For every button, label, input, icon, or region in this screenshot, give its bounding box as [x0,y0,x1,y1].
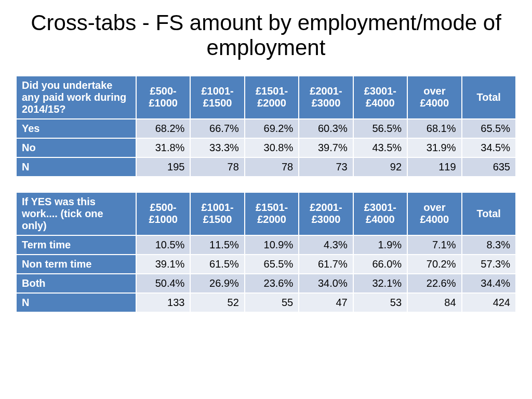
cell-value: 60.3% [299,119,353,138]
cell-value: 31.9% [407,138,461,157]
row-label: No [16,138,136,157]
table-row: Non term time39.1%61.5%65.5%61.7%66.0%70… [16,255,516,274]
page-title: Cross-tabs - FS amount by employment/mod… [16,10,516,61]
cell-value: 65.5% [245,255,299,274]
column-header: Total [462,76,516,119]
cell-value: 34.4% [462,274,516,293]
cell-value: 61.7% [299,255,353,274]
crosstab-table: If YES was this work.... (tick one only)… [16,192,516,313]
table-row: Yes68.2%66.7%69.2%60.3%56.5%68.1%65.5% [16,119,516,138]
row-label: N [16,293,136,312]
column-header: £500-£1000 [136,76,190,119]
row-label: Yes [16,119,136,138]
cell-value: 53 [353,293,407,312]
cell-value: 39.7% [299,138,353,157]
cell-value: 10.5% [136,235,190,255]
cell-value: 424 [462,293,516,312]
cell-value: 66.7% [190,119,244,138]
cell-value: 119 [407,157,461,177]
cell-value: 84 [407,293,461,312]
cell-value: 11.5% [190,235,244,255]
row-label: N [16,157,136,177]
cell-value: 635 [462,157,516,177]
cell-value: 195 [136,157,190,177]
table-row: No31.8%33.3%30.8%39.7%43.5%31.9%34.5% [16,138,516,157]
cell-value: 8.3% [462,235,516,255]
cell-value: 4.3% [299,235,353,255]
cell-value: 10.9% [245,235,299,255]
column-header: £1501-£2000 [245,192,299,235]
table-row: N1335255475384424 [16,293,516,312]
cell-value: 43.5% [353,138,407,157]
cell-value: 33.3% [190,138,244,157]
column-header: £2001-£3000 [299,192,353,235]
cell-value: 66.0% [353,255,407,274]
row-label: Both [16,274,136,293]
cell-value: 69.2% [245,119,299,138]
cell-value: 39.1% [136,255,190,274]
column-header: £1501-£2000 [245,76,299,119]
cell-value: 133 [136,293,190,312]
cell-value: 26.9% [190,274,244,293]
cell-value: 32.1% [353,274,407,293]
tables-container: Did you undertake any paid work during 2… [16,75,516,313]
cell-value: 50.4% [136,274,190,293]
cell-value: 65.5% [462,119,516,138]
cell-value: 23.6% [245,274,299,293]
cell-value: 7.1% [407,235,461,255]
cell-value: 68.2% [136,119,190,138]
cell-value: 30.8% [245,138,299,157]
cell-value: 34.5% [462,138,516,157]
row-label: Term time [16,235,136,255]
cell-value: 73 [299,157,353,177]
table-row: Term time10.5%11.5%10.9%4.3%1.9%7.1%8.3% [16,235,516,255]
column-header: over £4000 [407,76,461,119]
cell-value: 57.3% [462,255,516,274]
cell-value: 22.6% [407,274,461,293]
cell-value: 56.5% [353,119,407,138]
cell-value: 34.0% [299,274,353,293]
cell-value: 78 [190,157,244,177]
column-header: £2001-£3000 [299,76,353,119]
cell-value: 52 [190,293,244,312]
cell-value: 61.5% [190,255,244,274]
cell-value: 31.8% [136,138,190,157]
cell-value: 78 [245,157,299,177]
crosstab-table: Did you undertake any paid work during 2… [16,75,516,177]
table-question: If YES was this work.... (tick one only) [16,192,136,235]
column-header: £3001-£4000 [353,192,407,235]
table-question: Did you undertake any paid work during 2… [16,76,136,119]
column-header: £1001-£1500 [190,192,244,235]
column-header: over £4000 [407,192,461,235]
table-row: N19578787392119635 [16,157,516,177]
column-header: Total [462,192,516,235]
column-header: £1001-£1500 [190,76,244,119]
cell-value: 92 [353,157,407,177]
table-row: Both50.4%26.9%23.6%34.0%32.1%22.6%34.4% [16,274,516,293]
cell-value: 47 [299,293,353,312]
column-header: £3001-£4000 [353,76,407,119]
cell-value: 1.9% [353,235,407,255]
row-label: Non term time [16,255,136,274]
column-header: £500-£1000 [136,192,190,235]
cell-value: 70.2% [407,255,461,274]
cell-value: 68.1% [407,119,461,138]
cell-value: 55 [245,293,299,312]
